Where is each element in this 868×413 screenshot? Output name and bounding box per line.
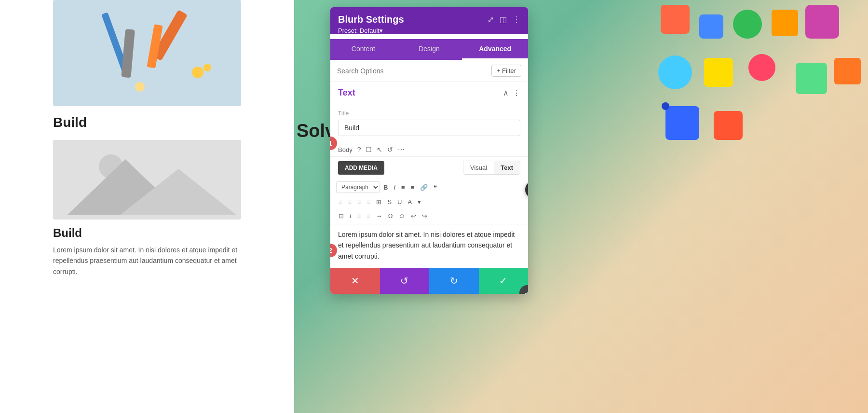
redo2-button[interactable]: ↪ [420, 211, 430, 221]
text-section-header: Text ∧ ⋮ [330, 82, 528, 104]
body-text-content: Lorem ipsum dolor sit amet. In nisi dolo… [338, 229, 520, 262]
mobile-icon[interactable]: ☐ [366, 146, 372, 153]
top-tools-image [53, 0, 241, 106]
rich-toolbar-row-2: ≡ ≡ ≡ ≡ ⊞ S U A ▾ [336, 197, 522, 207]
ordered-list-button[interactable]: ≡ [408, 182, 417, 193]
rich-toolbar: Paragraph B I ≡ ≡ 🔗 ❝ ≡ ≡ ≡ [330, 179, 528, 224]
svg-point-17 [658, 55, 692, 89]
panel-tabs: Content Design Advanced [330, 39, 528, 60]
svg-rect-16 [805, 5, 839, 39]
section-actions: ∧ ⋮ [503, 88, 520, 97]
cancel-button[interactable]: ✕ [330, 268, 380, 294]
filter-button[interactable]: + Filter [491, 65, 521, 77]
panel-title: Blurb Settings [338, 14, 404, 25]
split-icon[interactable]: ◫ [500, 15, 507, 24]
bold-button[interactable]: B [381, 182, 390, 193]
tab-design[interactable]: Design [396, 39, 462, 60]
fullscreen-button[interactable]: ↔ [374, 211, 385, 221]
cursor-icon[interactable]: ↖ [377, 146, 382, 153]
svg-rect-0 [53, 0, 241, 106]
svg-rect-18 [704, 58, 733, 87]
expand-icon[interactable]: ⤢ [488, 15, 494, 24]
panel-preset[interactable]: Preset: Default▾ [338, 27, 520, 34]
svg-rect-15 [772, 10, 798, 36]
custom-icon-button[interactable]: ⊡ [336, 211, 346, 221]
chevron-up-icon[interactable]: ∧ [503, 88, 509, 97]
undo-icon[interactable]: ↺ [387, 146, 393, 153]
title-field-section: Title [330, 104, 528, 142]
body-toolbar: Body ? ☐ ↖ ↺ ⋯ [330, 142, 528, 157]
color-dropdown[interactable]: ▾ [415, 197, 423, 207]
emoji-button[interactable]: ☺ [396, 211, 407, 221]
tab-content[interactable]: Content [330, 39, 396, 60]
text-content-area[interactable]: Lorem ipsum dolor sit amet. In nisi dolo… [330, 224, 528, 268]
underline-button[interactable]: U [395, 197, 404, 207]
redo-button[interactable]: ↻ [429, 268, 479, 294]
visual-text-tabs: Visual Text [463, 161, 520, 175]
more-icon[interactable]: ⋮ [513, 15, 520, 24]
svg-rect-12 [661, 5, 690, 34]
italic2-button[interactable]: I [347, 211, 354, 221]
rich-toolbar-row-3: ⊡ I ≡ ≡ ↔ Ω ☺ ↩ ↪ [336, 211, 522, 221]
svg-point-23 [662, 102, 669, 110]
build-heading-1: Build [0, 115, 87, 130]
settings-panel: 1 2 + ↙ Blurb Settings ⤢ ◫ ⋮ [330, 7, 528, 294]
svg-rect-21 [834, 58, 861, 84]
strikethrough-button[interactable]: S [385, 197, 394, 207]
paragraph-select[interactable]: Paragraph [336, 181, 380, 193]
text-section-title: Text [338, 88, 355, 98]
indent-button[interactable]: ≡ [355, 211, 364, 221]
panel-title-row: Blurb Settings ⤢ ◫ ⋮ [338, 14, 520, 25]
panel-header: Blurb Settings ⤢ ◫ ⋮ Preset: Default▾ [330, 7, 528, 34]
outdent-button[interactable]: ≡ [364, 211, 373, 221]
align-center-button[interactable]: ≡ [346, 197, 354, 207]
align-left-button[interactable]: ≡ [336, 197, 345, 207]
title-field-input[interactable] [338, 120, 520, 136]
body-label: Body [338, 146, 353, 153]
search-bar: + Filter [330, 60, 528, 82]
background-image: Solve 1 2 + ↙ Blurb Settings ⤢ [294, 0, 868, 413]
svg-point-14 [733, 10, 762, 39]
svg-point-19 [748, 54, 775, 81]
tab-advanced[interactable]: Advanced [462, 39, 528, 60]
svg-point-7 [135, 82, 145, 92]
help-icon[interactable]: ? [357, 146, 361, 153]
special-chars-button[interactable]: Ω [386, 211, 395, 221]
add-media-button[interactable]: ADD MEDIA [338, 161, 384, 175]
svg-point-6 [203, 64, 211, 71]
lorem-body-text: Lorem ipsum dolor sit amet. In nisi dolo… [53, 245, 241, 277]
svg-rect-24 [714, 111, 743, 140]
visual-tab[interactable]: Visual [463, 161, 494, 174]
undo-button[interactable]: ↺ [380, 268, 430, 294]
search-input[interactable] [337, 67, 488, 75]
svg-rect-22 [665, 106, 699, 140]
link-button[interactable]: 🔗 [418, 182, 430, 193]
more-body-icon[interactable]: ⋯ [398, 146, 405, 153]
svg-rect-13 [699, 14, 723, 39]
rich-toolbar-row-1: Paragraph B I ≡ ≡ 🔗 ❝ [336, 181, 522, 193]
page-layout: Build Build Lorem ipsum dolor sit amet. … [0, 0, 868, 413]
align-justify-button[interactable]: ≡ [365, 197, 373, 207]
bottom-placeholder-image [53, 140, 241, 220]
title-field-label: Title [338, 110, 520, 117]
right-panel: Solve 1 2 + ↙ Blurb Settings ⤢ [294, 0, 868, 413]
table-button[interactable]: ⊞ [374, 197, 384, 207]
svg-rect-20 [796, 63, 827, 94]
undo2-button[interactable]: ↩ [408, 211, 419, 221]
left-panel: Build Build Lorem ipsum dolor sit amet. … [0, 0, 294, 413]
editor-top-bar: ADD MEDIA Visual Text [330, 157, 528, 179]
build-heading-2: Build [53, 226, 82, 240]
blockquote-button[interactable]: ❝ [431, 182, 439, 193]
panel-body: + Filter Text ∧ ⋮ Title [330, 60, 528, 268]
italic-button[interactable]: I [391, 182, 398, 193]
color-button[interactable]: A [405, 197, 414, 207]
section-more-icon[interactable]: ⋮ [513, 88, 520, 97]
svg-point-5 [192, 67, 203, 78]
text-tab[interactable]: Text [494, 161, 520, 174]
left-bottom-section: Build Lorem ipsum dolor sit amet. In nis… [0, 130, 294, 277]
panel-header-icons: ⤢ ◫ ⋮ [488, 15, 520, 24]
unordered-list-button[interactable]: ≡ [399, 182, 407, 193]
align-right-button[interactable]: ≡ [355, 197, 364, 207]
action-bar: ✕ ↺ ↻ ✓ [330, 268, 528, 294]
